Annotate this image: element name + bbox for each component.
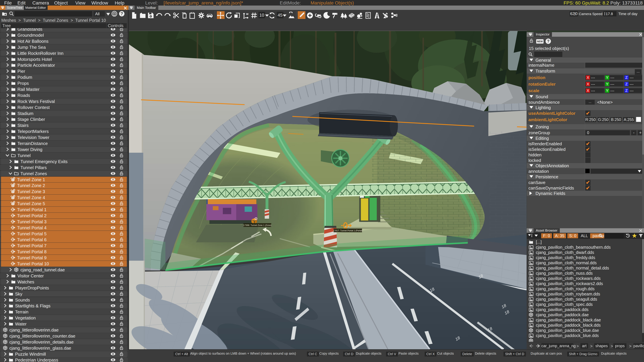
svg-text:Z: Z	[14, 189, 14, 191]
svg-text:17398: Tunnel Zone 1 (Zone): 17398: Tunnel Zone 1 (Zone)	[243, 224, 271, 226]
svg-text:?: ?	[120, 11, 123, 16]
svg-text:Z: Z	[14, 201, 14, 203]
svg-text:w: w	[246, 12, 248, 15]
svg-text:17417: Tunnel Portal 1 (Portal: 17417: Tunnel Portal 1 (Portal)	[333, 229, 363, 232]
svg-text:Z: Z	[14, 183, 14, 185]
svg-text:Z: Z	[14, 177, 14, 179]
svg-text:Z: Z	[14, 195, 14, 197]
svg-text:Z: Z	[256, 218, 256, 220]
